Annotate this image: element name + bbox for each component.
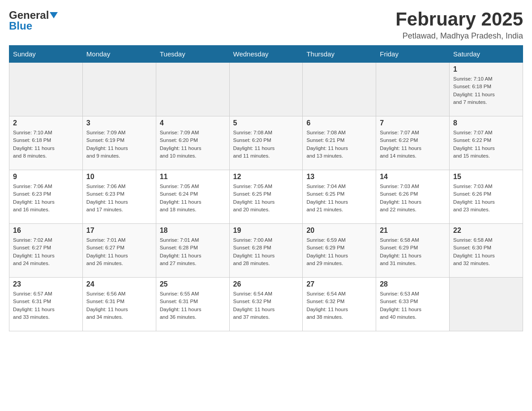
logo-blue: Blue: [9, 20, 32, 32]
calendar-cell: 16Sunrise: 7:02 AMSunset: 6:27 PMDayligh…: [9, 224, 83, 278]
weekday-header-tuesday: Tuesday: [156, 46, 229, 63]
calendar-cell: 22Sunrise: 6:58 AMSunset: 6:30 PMDayligh…: [450, 224, 523, 278]
day-number: 13: [306, 173, 372, 181]
weekday-header-wednesday: Wednesday: [229, 46, 303, 63]
calendar-cell: 10Sunrise: 7:06 AMSunset: 6:23 PMDayligh…: [82, 170, 156, 224]
calendar-cell: 2Sunrise: 7:10 AMSunset: 6:18 PMDaylight…: [9, 116, 83, 170]
day-number: 22: [453, 227, 519, 235]
calendar-week-row: 23Sunrise: 6:57 AMSunset: 6:31 PMDayligh…: [9, 278, 523, 331]
calendar-cell: 13Sunrise: 7:04 AMSunset: 6:25 PMDayligh…: [303, 170, 376, 224]
day-info: Sunrise: 6:56 AMSunset: 6:31 PMDaylight:…: [86, 290, 152, 321]
calendar-cell: 27Sunrise: 6:54 AMSunset: 6:32 PMDayligh…: [303, 278, 376, 331]
day-number: 14: [380, 173, 446, 181]
calendar-cell: 4Sunrise: 7:09 AMSunset: 6:20 PMDaylight…: [156, 116, 229, 170]
calendar-cell: 8Sunrise: 7:07 AMSunset: 6:22 PMDaylight…: [450, 116, 523, 170]
day-number: 17: [86, 227, 152, 235]
day-number: 11: [160, 173, 226, 181]
weekday-header-sunday: Sunday: [9, 46, 83, 63]
day-number: 16: [13, 227, 79, 235]
day-info: Sunrise: 7:03 AMSunset: 6:26 PMDaylight:…: [380, 183, 446, 214]
calendar-cell: 21Sunrise: 6:58 AMSunset: 6:29 PMDayligh…: [376, 224, 450, 278]
calendar-cell: [376, 63, 450, 116]
calendar-cell: [156, 63, 229, 116]
calendar-cell: 11Sunrise: 7:05 AMSunset: 6:24 PMDayligh…: [156, 170, 229, 224]
day-info: Sunrise: 6:59 AMSunset: 6:29 PMDaylight:…: [306, 236, 372, 267]
day-info: Sunrise: 7:07 AMSunset: 6:22 PMDaylight:…: [453, 129, 519, 160]
calendar-cell: [9, 63, 83, 116]
day-info: Sunrise: 7:01 AMSunset: 6:28 PMDaylight:…: [160, 236, 226, 267]
day-number: 23: [13, 280, 79, 288]
day-info: Sunrise: 7:09 AMSunset: 6:19 PMDaylight:…: [86, 129, 152, 160]
day-info: Sunrise: 7:05 AMSunset: 6:25 PMDaylight:…: [233, 183, 299, 214]
calendar-cell: 15Sunrise: 7:03 AMSunset: 6:26 PMDayligh…: [450, 170, 523, 224]
day-info: Sunrise: 7:10 AMSunset: 6:18 PMDaylight:…: [453, 75, 519, 106]
day-number: 3: [86, 119, 152, 127]
calendar-week-row: 16Sunrise: 7:02 AMSunset: 6:27 PMDayligh…: [9, 224, 523, 278]
day-number: 6: [306, 119, 372, 127]
day-info: Sunrise: 7:06 AMSunset: 6:23 PMDaylight:…: [13, 183, 79, 214]
day-info: Sunrise: 7:08 AMSunset: 6:21 PMDaylight:…: [306, 129, 372, 160]
calendar-cell: 14Sunrise: 7:03 AMSunset: 6:26 PMDayligh…: [376, 170, 450, 224]
day-number: 25: [160, 280, 226, 288]
calendar-cell: [229, 63, 303, 116]
month-title: February 2025: [395, 9, 523, 30]
calendar-cell: 3Sunrise: 7:09 AMSunset: 6:19 PMDaylight…: [82, 116, 156, 170]
day-info: Sunrise: 7:00 AMSunset: 6:28 PMDaylight:…: [233, 236, 299, 267]
calendar-cell: [82, 63, 156, 116]
calendar-header-row: SundayMondayTuesdayWednesdayThursdayFrid…: [9, 46, 523, 63]
day-number: 2: [13, 119, 79, 127]
day-info: Sunrise: 7:06 AMSunset: 6:23 PMDaylight:…: [86, 183, 152, 214]
day-info: Sunrise: 7:09 AMSunset: 6:20 PMDaylight:…: [160, 129, 226, 160]
day-info: Sunrise: 6:58 AMSunset: 6:30 PMDaylight:…: [453, 236, 519, 267]
weekday-header-monday: Monday: [82, 46, 156, 63]
calendar-cell: 18Sunrise: 7:01 AMSunset: 6:28 PMDayligh…: [156, 224, 229, 278]
calendar-cell: 9Sunrise: 7:06 AMSunset: 6:23 PMDaylight…: [9, 170, 83, 224]
day-number: 9: [13, 173, 79, 181]
day-info: Sunrise: 7:10 AMSunset: 6:18 PMDaylight:…: [13, 129, 79, 160]
calendar-week-row: 2Sunrise: 7:10 AMSunset: 6:18 PMDaylight…: [9, 116, 523, 170]
day-number: 19: [233, 227, 299, 235]
day-info: Sunrise: 6:53 AMSunset: 6:33 PMDaylight:…: [380, 290, 446, 321]
day-number: 10: [86, 173, 152, 181]
day-info: Sunrise: 7:04 AMSunset: 6:25 PMDaylight:…: [306, 183, 372, 214]
calendar-cell: [303, 63, 376, 116]
day-number: 8: [453, 119, 519, 127]
day-info: Sunrise: 6:57 AMSunset: 6:31 PMDaylight:…: [13, 290, 79, 321]
weekday-header-friday: Friday: [376, 46, 450, 63]
calendar-cell: 6Sunrise: 7:08 AMSunset: 6:21 PMDaylight…: [303, 116, 376, 170]
day-number: 18: [160, 227, 226, 235]
day-info: Sunrise: 6:54 AMSunset: 6:32 PMDaylight:…: [233, 290, 299, 321]
day-info: Sunrise: 7:03 AMSunset: 6:26 PMDaylight:…: [453, 183, 519, 214]
calendar-cell: 19Sunrise: 7:00 AMSunset: 6:28 PMDayligh…: [229, 224, 303, 278]
calendar-week-row: 1Sunrise: 7:10 AMSunset: 6:18 PMDaylight…: [9, 63, 523, 116]
calendar-cell: 12Sunrise: 7:05 AMSunset: 6:25 PMDayligh…: [229, 170, 303, 224]
day-number: 24: [86, 280, 152, 288]
day-info: Sunrise: 6:55 AMSunset: 6:31 PMDaylight:…: [160, 290, 226, 321]
calendar-cell: 24Sunrise: 6:56 AMSunset: 6:31 PMDayligh…: [82, 278, 156, 331]
day-info: Sunrise: 7:01 AMSunset: 6:27 PMDaylight:…: [86, 236, 152, 267]
day-info: Sunrise: 6:54 AMSunset: 6:32 PMDaylight:…: [306, 290, 372, 321]
calendar-cell: 20Sunrise: 6:59 AMSunset: 6:29 PMDayligh…: [303, 224, 376, 278]
day-number: 26: [233, 280, 299, 288]
calendar-cell: 28Sunrise: 6:53 AMSunset: 6:33 PMDayligh…: [376, 278, 450, 331]
day-info: Sunrise: 7:07 AMSunset: 6:22 PMDaylight:…: [380, 129, 446, 160]
calendar-cell: 1Sunrise: 7:10 AMSunset: 6:18 PMDaylight…: [450, 63, 523, 116]
day-info: Sunrise: 7:08 AMSunset: 6:20 PMDaylight:…: [233, 129, 299, 160]
day-number: 15: [453, 173, 519, 181]
title-section: February 2025 Petlawad, Madhya Pradesh, …: [395, 9, 523, 41]
calendar-table: SundayMondayTuesdayWednesdayThursdayFrid…: [9, 45, 523, 331]
calendar-cell: 5Sunrise: 7:08 AMSunset: 6:20 PMDaylight…: [229, 116, 303, 170]
calendar-cell: [450, 278, 523, 331]
location: Petlawad, Madhya Pradesh, India: [395, 31, 523, 41]
weekday-header-thursday: Thursday: [303, 46, 376, 63]
calendar-week-row: 9Sunrise: 7:06 AMSunset: 6:23 PMDaylight…: [9, 170, 523, 224]
day-number: 27: [306, 280, 372, 288]
logo: General Blue: [9, 9, 58, 32]
logo-triangle-icon: [50, 12, 58, 18]
calendar-cell: 7Sunrise: 7:07 AMSunset: 6:22 PMDaylight…: [376, 116, 450, 170]
day-number: 1: [453, 65, 519, 73]
day-number: 28: [380, 280, 446, 288]
calendar-cell: 26Sunrise: 6:54 AMSunset: 6:32 PMDayligh…: [229, 278, 303, 331]
day-number: 4: [160, 119, 226, 127]
day-number: 12: [233, 173, 299, 181]
